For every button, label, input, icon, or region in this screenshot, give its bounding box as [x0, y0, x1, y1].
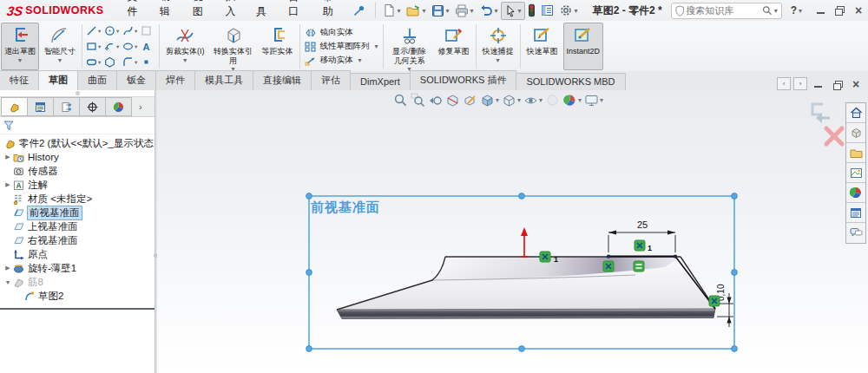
tab-feature-manager[interactable] — [1, 97, 28, 116]
help-button[interactable]: ?▾ — [791, 4, 802, 16]
polygon-tool-button[interactable] — [102, 55, 121, 70]
custom-properties-button[interactable] — [846, 203, 865, 223]
dropdown-caret-icon[interactable]: ▾ — [470, 7, 474, 15]
circle-tool-button[interactable]: ▾ — [102, 23, 121, 39]
tab-features[interactable]: 特征 — [0, 70, 39, 90]
tab-configuration-manager[interactable] — [53, 97, 80, 116]
tab-sheet-metal[interactable]: 钣金 — [116, 70, 156, 90]
home-tab-button[interactable] — [846, 103, 865, 123]
search-icon[interactable] — [762, 5, 772, 16]
smart-dimension-button[interactable]: 智能尺寸 ▼ — [41, 23, 79, 70]
dropdown-caret-icon[interactable]: ▾ — [423, 7, 426, 15]
tree-filter-row[interactable] — [0, 117, 155, 134]
panel-splitter-handle[interactable] — [0, 90, 155, 96]
dropdown-caret-icon[interactable]: ▾ — [799, 7, 802, 15]
expand-arrow-icon[interactable]: ▶ — [3, 154, 12, 160]
dimension-width-value[interactable]: 25 — [637, 219, 648, 230]
rollback-bar[interactable] — [0, 308, 155, 310]
rectangle-tool-button[interactable]: ▾ — [84, 39, 102, 55]
performance-light-icon[interactable] — [525, 2, 538, 19]
tab-scroll-left-button[interactable]: ‹ — [777, 77, 791, 90]
undo-button[interactable]: ▾ — [477, 3, 501, 19]
trim-entities-button[interactable]: 剪裁实体(I) ▼ — [162, 23, 208, 70]
dropdown-caret-icon[interactable]: ▾ — [518, 7, 522, 15]
print-button[interactable]: ▾ — [452, 3, 477, 19]
save-button[interactable]: ▾ — [429, 3, 452, 19]
select-tool-button[interactable]: ▾ — [501, 2, 525, 20]
dropdown-caret-icon[interactable]: ▾ — [446, 7, 450, 15]
dropdown-caret-icon[interactable]: ▾ — [358, 56, 362, 64]
dropdown-caret-icon[interactable]: ▾ — [398, 7, 401, 15]
appearances-scenes-button[interactable] — [846, 183, 865, 203]
tab-dimxpert-manager[interactable] — [79, 97, 106, 116]
tab-property-manager[interactable] — [27, 97, 54, 116]
display-delete-relations-button[interactable]: 显示/删除几何关系 ▼ — [386, 23, 433, 70]
pin-menu-icon[interactable] — [353, 4, 365, 16]
arc-slot-tool-button[interactable]: ▾ — [102, 39, 121, 55]
ellipse-tool-button[interactable]: ▾ — [121, 39, 139, 55]
tree-root-part[interactable]: 零件2 (默认<<默认>_显示状态 1>) — [0, 136, 155, 150]
tab-direct-editing[interactable]: 直接编辑 — [253, 70, 312, 90]
tab-scroll-right-button[interactable]: › — [793, 77, 807, 90]
line-tool-button[interactable]: ▾ — [84, 23, 102, 39]
panel-tabs-overflow-button[interactable]: › — [139, 101, 142, 112]
collapse-arrow-icon[interactable]: ▼ — [3, 279, 12, 285]
open-document-button[interactable]: ▾ — [404, 3, 429, 19]
tree-item-top-plane[interactable]: 上视基准面 — [0, 219, 155, 233]
dropdown-caret-icon[interactable]: ▾ — [375, 43, 378, 50]
instant2d-button[interactable]: Instant2D — [563, 23, 604, 70]
tree-item-history[interactable]: ▶ History — [0, 150, 155, 164]
dropdown-caret-icon[interactable]: ▾ — [774, 7, 778, 15]
close-button[interactable] — [849, 3, 868, 18]
text-tool-button[interactable]: A — [139, 39, 157, 55]
tree-item-right-plane[interactable]: 右视基准面 — [0, 233, 155, 247]
solidworks-forum-button[interactable] — [846, 223, 865, 243]
expand-arrow-icon[interactable]: ▶ — [3, 265, 12, 272]
tree-item-sketch2[interactable]: 草图2 — [0, 289, 155, 303]
tab-solidworks-addins[interactable]: SOLIDWORKS 插件 — [410, 70, 517, 90]
document-close-button[interactable] — [847, 77, 865, 90]
view-palette-button[interactable] — [846, 163, 865, 183]
graphics-viewport[interactable]: ▾ ▾ ▾ ▾ ▾ — [157, 90, 868, 373]
dropdown-caret-icon[interactable]: ▼ — [57, 57, 63, 63]
tab-evaluate[interactable]: 评估 — [311, 70, 351, 90]
linear-sketch-pattern-button[interactable]: 线性草图阵列 ▾ — [302, 40, 381, 53]
new-document-button[interactable]: ▾ — [380, 2, 404, 19]
relation-badge-thickness[interactable] — [709, 296, 720, 306]
tree-item-annotations[interactable]: ▶ A 注解 — [0, 178, 155, 192]
rapid-sketch-button[interactable]: 快速草图 — [523, 23, 562, 70]
tab-surfaces[interactable]: 曲面 — [77, 70, 117, 90]
spline-tool-button[interactable]: ▾ — [121, 23, 139, 39]
tree-item-material[interactable]: 材质 <未指定> — [0, 192, 155, 206]
point-tool-button[interactable] — [139, 55, 157, 70]
fillet-tool-button[interactable]: ▾ — [121, 55, 139, 70]
document-restore-button[interactable] — [828, 77, 845, 90]
restore-button[interactable] — [830, 3, 849, 18]
tree-item-origin[interactable]: 原点 — [0, 247, 155, 261]
search-input[interactable] — [684, 4, 762, 16]
tab-display-manager[interactable] — [105, 97, 132, 116]
dropdown-caret-icon[interactable]: ▾ — [495, 7, 498, 15]
minimize-button[interactable] — [811, 3, 830, 18]
straight-slot-tool-button[interactable]: ▾ — [84, 55, 102, 70]
move-entities-button[interactable]: 移动实体 ▾ — [302, 54, 381, 67]
tab-dimxpert[interactable]: DimXpert — [350, 73, 411, 90]
tab-sketch[interactable]: 草图 — [38, 70, 78, 90]
options-gear-button[interactable]: ▾ — [556, 2, 581, 19]
mirror-entities-button[interactable]: 镜向实体 — [302, 26, 381, 39]
model-scene[interactable]: 前视基准面 — [157, 90, 868, 373]
quick-snaps-button[interactable]: 快速捕捉 ▼ — [479, 23, 517, 70]
dropdown-caret-icon[interactable]: ▼ — [182, 57, 188, 63]
document-minimize-button[interactable] — [809, 77, 826, 90]
search-box[interactable]: ▾ — [671, 3, 782, 19]
dropdown-caret-icon[interactable]: ▼ — [17, 57, 23, 63]
tree-item-sensors[interactable]: 传感器 — [0, 164, 155, 178]
convert-entities-button[interactable]: 转换实体引用 ▼ — [210, 23, 257, 70]
expand-arrow-icon[interactable]: ▶ — [3, 181, 12, 188]
dropdown-caret-icon[interactable]: ▾ — [575, 7, 578, 15]
feature-statistics-button[interactable] — [538, 3, 556, 18]
relation-badge-origin-coincident[interactable]: 1 — [540, 252, 558, 264]
relation-badge-horizontal[interactable] — [634, 261, 644, 272]
tab-weldments[interactable]: 焊件 — [155, 70, 195, 90]
repair-sketch-button[interactable]: 修复草图 — [435, 23, 473, 70]
